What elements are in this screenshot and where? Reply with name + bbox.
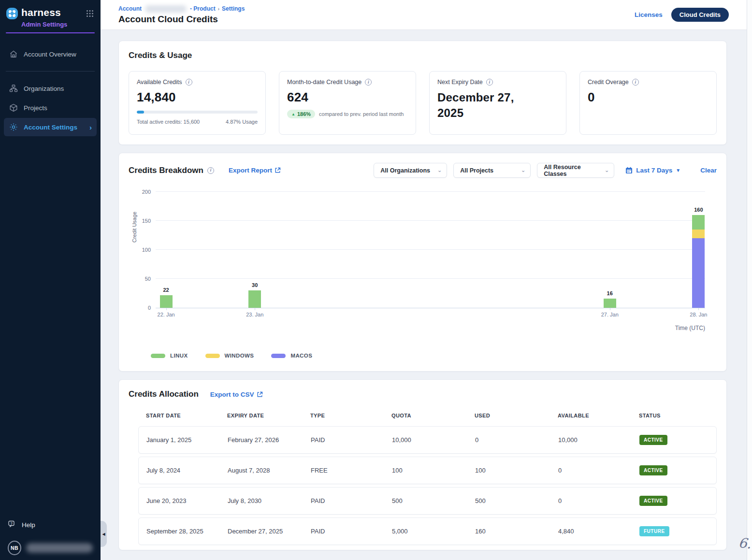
bar-total-label: 22 (163, 287, 169, 293)
status-badge: ACTIVE (639, 435, 667, 445)
cell-available: 10,000 (558, 436, 639, 444)
cell-status: ACTIVE (639, 496, 709, 506)
table-row[interactable]: September 28, 2025December 27, 2025PAID5… (138, 517, 717, 545)
chart-bar-22Jan[interactable]: 22 (160, 295, 173, 308)
sidebar-item-organizations[interactable]: Organizations (4, 79, 97, 98)
cloud-credits-button[interactable]: Cloud Credits (671, 8, 729, 22)
total-active-credits: Total active credits: 15,600 (137, 119, 200, 125)
mtd-usage-card: Month-to-date Credit Usage i 624 ▲ 186% … (279, 71, 416, 135)
cell-expiry: August 7, 2028 (228, 467, 311, 474)
cell-type: FREE (311, 467, 392, 474)
export-report-link[interactable]: Export Report (229, 167, 281, 174)
cell-expiry: February 27, 2026 (228, 436, 311, 444)
cube-icon (9, 103, 18, 113)
help-label: Help (22, 521, 35, 529)
credit-overage-value: 0 (588, 90, 709, 105)
table-row[interactable]: January 1, 2025February 27, 2026PAID10,0… (138, 426, 717, 454)
legend-label: WINDOWS (225, 353, 254, 359)
info-icon[interactable]: i (365, 79, 372, 86)
chevron-down-icon: ▼ (676, 168, 680, 173)
cell-quota: 100 (392, 467, 475, 474)
table-row[interactable]: June 20, 2023July 8, 2030PAID5005000ACTI… (138, 487, 717, 515)
sidebar-item-account-overview[interactable]: Account Overview (4, 45, 97, 63)
y-tick-label: 100 (142, 247, 151, 253)
resource-classes-filter-value: All Resource Classes (544, 164, 600, 177)
bar-segment-linux (248, 290, 261, 308)
bar-segment-macos (692, 238, 705, 308)
credits-allocation-section: Credits Allocation Export to CSV START D… (118, 379, 727, 550)
module-subtitle: Admin Settings (21, 21, 101, 28)
chart-bar-28Jan[interactable]: 160 (692, 215, 705, 308)
bar-segment-linux (604, 299, 616, 308)
main-area: Account - Product › Settings Account Clo… (101, 0, 752, 560)
credits-breakdown-title: Credits Breakdown (129, 166, 203, 175)
x-tick-label: 23. Jan (246, 312, 263, 317)
credits-allocation-title: Credits Allocation (129, 389, 199, 399)
legend-item-linux[interactable]: LINUX (151, 353, 188, 359)
breadcrumb-settings[interactable]: Settings (222, 5, 245, 12)
help-button[interactable]: ? Help (0, 516, 101, 534)
chart-bar-23Jan[interactable]: 30 (248, 290, 261, 308)
breadcrumb: Account - Product › Settings (118, 5, 245, 13)
date-range-picker[interactable]: Last 7 Days ▼ (625, 167, 680, 174)
page-header: Account - Product › Settings Account Clo… (101, 0, 752, 30)
column-header: STATUS (639, 413, 709, 418)
cell-used: 500 (475, 497, 558, 504)
gridline (156, 278, 705, 279)
column-header: AVAILABLE (558, 413, 639, 418)
export-csv-link[interactable]: Export to CSV (210, 391, 263, 398)
projects-filter-dropdown[interactable]: All Projects ⌄ (453, 163, 531, 178)
allocation-table: START DATEEXPIRY DATETYPEQUOTAUSEDAVAILA… (138, 413, 717, 545)
sidebar-item-account-settings[interactable]: Account Settings › (4, 118, 97, 136)
gridline (156, 220, 705, 221)
page-scrollbar-track[interactable] (747, 0, 752, 560)
avatar[interactable]: NB (8, 541, 21, 555)
breadcrumb-product[interactable]: - Product (190, 5, 216, 12)
legend-item-windows[interactable]: WINDOWS (205, 353, 254, 359)
cell-status: FUTURE (639, 526, 709, 536)
breadcrumb-redacted (145, 5, 187, 13)
licenses-link[interactable]: Licenses (635, 11, 663, 18)
next-expiry-card: Next Expiry Date i December 27, 2025 (429, 71, 566, 135)
delta-note: compared to prev. period last month (319, 111, 404, 117)
chart-bar-27Jan[interactable]: 16 (604, 299, 616, 308)
legend-swatch (151, 354, 165, 358)
sidebar-item-label: Account Settings (24, 124, 77, 131)
available-credits-value: 14,840 (137, 90, 258, 105)
credit-overage-card: Credit Overage i 0 (579, 71, 717, 135)
legend-swatch (205, 354, 220, 358)
y-tick-label: 0 (148, 305, 151, 311)
breadcrumb-account[interactable]: Account (118, 5, 142, 12)
usage-percent: 4.87% Usage (226, 119, 258, 125)
cell-used: 160 (475, 528, 558, 535)
app-grid-icon[interactable] (86, 10, 94, 19)
info-icon[interactable]: i (186, 79, 192, 86)
sidebar-item-projects[interactable]: Projects (4, 99, 97, 117)
sidebar-item-label: Organizations (24, 85, 64, 92)
cell-expiry: July 8, 2030 (228, 497, 311, 504)
organizations-filter-value: All Organizations (380, 167, 430, 174)
y-tick-label: 200 (142, 189, 151, 195)
info-icon[interactable]: i (486, 79, 493, 86)
y-tick-label: 50 (145, 276, 151, 282)
allocation-table-header: START DATEEXPIRY DATETYPEQUOTAUSEDAVAILA… (138, 413, 717, 418)
export-report-label: Export Report (229, 167, 272, 174)
info-icon[interactable]: i (632, 79, 639, 86)
clear-filters-link[interactable]: Clear (700, 167, 717, 174)
bar-segment-linux (160, 295, 173, 308)
column-header: USED (475, 413, 558, 418)
cell-expiry: December 27, 2025 (228, 528, 311, 535)
status-badge: ACTIVE (639, 465, 667, 475)
sidebar: harness Admin Settings Account Overview (0, 0, 101, 560)
organizations-filter-dropdown[interactable]: All Organizations ⌄ (374, 163, 447, 178)
legend-item-macos[interactable]: MACOS (271, 353, 312, 359)
cell-available: 0 (558, 497, 639, 504)
table-row[interactable]: July 8, 2024August 7, 2028FREE1001000ACT… (138, 457, 717, 484)
stat-label: Available Credits (137, 79, 182, 86)
chart-legend: LINUXWINDOWSMACOS (151, 353, 717, 359)
info-icon[interactable]: i (207, 167, 214, 174)
sidebar-collapse-handle[interactable]: ◀ (101, 521, 107, 547)
cell-type: PAID (311, 436, 392, 444)
date-range-value: Last 7 Days (636, 167, 672, 174)
resource-classes-filter-dropdown[interactable]: All Resource Classes ⌄ (537, 163, 614, 178)
